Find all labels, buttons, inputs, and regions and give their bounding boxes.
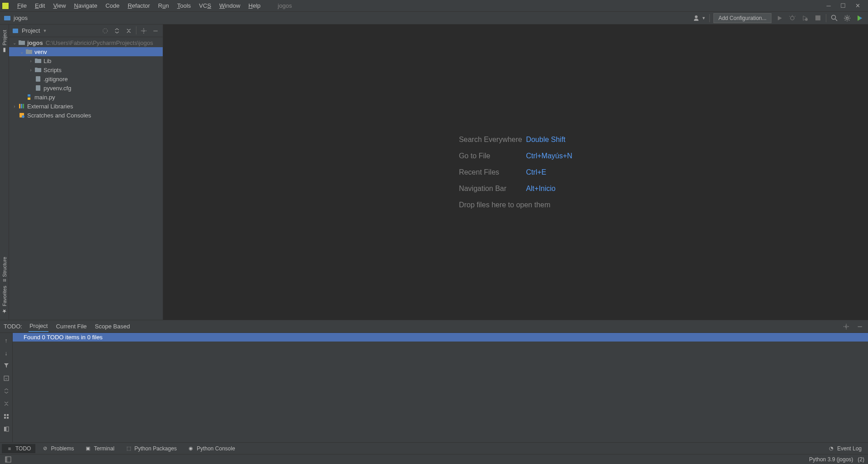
user-menu-button[interactable]: ▼ — [693, 15, 706, 21]
panel-settings-button[interactable] — [139, 26, 148, 35]
svg-point-21 — [22, 115, 24, 118]
user-icon — [693, 15, 701, 21]
svg-rect-29 — [6, 427, 9, 431]
collapse-all-todo-button[interactable] — [2, 399, 11, 408]
svg-line-5 — [789, 16, 790, 17]
btab-packages[interactable]: ⬚Python Packages — [121, 444, 181, 453]
btab-problems[interactable]: ⊘Problems — [37, 444, 78, 453]
project-tree[interactable]: ⌄ jogos C:\Users\Fabricio\PycharmProject… — [9, 37, 163, 320]
collapse-all-button[interactable] — [124, 26, 133, 35]
next-todo-button[interactable]: ↓ — [2, 348, 11, 357]
menu-code[interactable]: Code — [102, 1, 123, 10]
svg-point-9 — [832, 15, 836, 19]
packages-icon: ⬚ — [126, 445, 132, 452]
tree-root[interactable]: ⌄ jogos C:\Users\Fabricio\PycharmProject… — [9, 38, 163, 47]
search-everywhere-button[interactable] — [830, 14, 839, 23]
menu-edit[interactable]: Edit — [31, 1, 48, 10]
python-file-icon — [25, 93, 33, 101]
svg-rect-18 — [21, 104, 22, 108]
tree-gitignore[interactable]: .gitignore — [9, 74, 163, 83]
svg-rect-17 — [19, 104, 20, 108]
project-panel-title[interactable]: Project ▼ — [12, 27, 47, 34]
todo-result-summary[interactable]: Found 0 TODO items in 0 files — [13, 333, 868, 342]
group-by-button[interactable] — [2, 412, 11, 421]
debug-button[interactable] — [788, 14, 797, 23]
left-tool-gutter: ▮Project ≡Structure ★Favorites — [0, 24, 9, 320]
tree-pyvenv[interactable]: pyvenv.cfg — [9, 83, 163, 93]
tree-lib[interactable]: › Lib — [9, 56, 163, 65]
hint-drop-files: Drop files here to open them — [459, 201, 572, 209]
chevron-right-icon[interactable]: › — [27, 59, 34, 63]
todo-toolbar: ↑ ↓ — [0, 333, 13, 442]
gutter-favorites-tab[interactable]: ★Favorites — [1, 284, 8, 316]
todo-settings-button[interactable] — [842, 322, 851, 331]
todo-tab-current-file[interactable]: Current File — [55, 321, 87, 332]
terminal-icon: ▣ — [85, 445, 91, 452]
stop-button[interactable] — [813, 14, 822, 23]
chevron-down-icon[interactable]: ⌄ — [11, 40, 18, 45]
menu-refactor[interactable]: Refactor — [124, 1, 154, 10]
tree-scratches[interactable]: Scratches and Consoles — [9, 111, 163, 120]
menu-run[interactable]: Run — [155, 1, 173, 10]
minimize-button[interactable]: ─ — [825, 3, 832, 9]
hide-panel-button[interactable]: ─ — [151, 26, 160, 35]
project-folder-icon — [4, 15, 11, 22]
gutter-structure-tab[interactable]: ≡Structure — [1, 255, 8, 284]
maximize-button[interactable]: ☐ — [840, 3, 846, 9]
todo-results[interactable]: Found 0 TODO items in 0 files — [13, 333, 868, 442]
btab-event-log[interactable]: ◔Event Log — [824, 444, 866, 453]
menu-file[interactable]: File — [14, 1, 30, 10]
svg-line-6 — [795, 16, 795, 17]
svg-rect-26 — [4, 417, 6, 419]
code-with-me-button[interactable] — [855, 14, 864, 23]
file-icon — [34, 84, 42, 92]
hint-navbar-label: Navigation Bar — [459, 185, 522, 193]
preview-button[interactable] — [2, 425, 11, 434]
title-project-name: jogos — [278, 2, 292, 9]
todo-hide-button[interactable]: ─ — [855, 322, 864, 331]
autoscroll-button[interactable] — [2, 374, 11, 383]
menu-help[interactable]: Help — [245, 1, 264, 10]
filter-button[interactable] — [2, 361, 11, 370]
menu-tools[interactable]: Tools — [174, 1, 194, 10]
run-button[interactable] — [775, 14, 784, 23]
settings-button[interactable] — [843, 14, 852, 23]
btab-console[interactable]: ◉Python Console — [183, 444, 240, 453]
menu-navigate[interactable]: Navigate — [70, 1, 101, 10]
todo-tool-window: TODO: Project Current File Scope Based ─… — [0, 320, 868, 442]
expand-all-button[interactable] — [112, 26, 121, 35]
expand-all-todo-button[interactable] — [2, 386, 11, 396]
tree-venv[interactable]: ⌄ venv — [9, 47, 163, 56]
folder-icon — [18, 39, 25, 46]
tree-main-py[interactable]: main.py — [9, 93, 163, 102]
menu-window[interactable]: Window — [216, 1, 244, 10]
folder-icon — [34, 57, 42, 64]
star-icon: ★ — [1, 308, 8, 314]
chevron-down-icon[interactable]: ⌄ — [18, 49, 25, 54]
gutter-project-tab[interactable]: ▮Project — [1, 28, 8, 55]
status-notifications[interactable]: (2) — [858, 456, 864, 463]
hint-search-label: Search Everywhere — [459, 136, 522, 144]
editor-empty-state[interactable]: Search EverywhereDouble Shift Go to File… — [163, 24, 868, 320]
previous-todo-button[interactable]: ↑ — [2, 336, 11, 345]
tool-windows-button[interactable] — [4, 455, 13, 464]
tree-scripts[interactable]: › Scripts — [9, 65, 163, 74]
run-coverage-button[interactable] — [800, 14, 810, 23]
chevron-right-icon[interactable]: › — [11, 104, 18, 109]
btab-todo[interactable]: ≡TODO — [2, 444, 35, 453]
menu-view[interactable]: View — [49, 1, 69, 10]
tree-external-libraries[interactable]: › External Libraries — [9, 102, 163, 111]
svg-point-3 — [790, 16, 794, 20]
menu-vcs[interactable]: VCS — [195, 1, 215, 10]
locate-file-button[interactable] — [101, 26, 110, 35]
btab-terminal[interactable]: ▣Terminal — [80, 444, 119, 453]
todo-tab-project[interactable]: Project — [29, 321, 48, 332]
breadcrumb[interactable]: jogos — [14, 15, 28, 21]
svg-point-7 — [805, 18, 808, 21]
close-button[interactable]: ✕ — [854, 3, 861, 9]
todo-tab-scope[interactable]: Scope Based — [94, 321, 131, 332]
status-interpreter[interactable]: Python 3.9 (jogos) — [809, 456, 853, 463]
scratches-icon — [18, 112, 25, 119]
add-configuration-button[interactable]: Add Configuration... — [713, 13, 771, 23]
chevron-right-icon[interactable]: › — [27, 68, 34, 73]
